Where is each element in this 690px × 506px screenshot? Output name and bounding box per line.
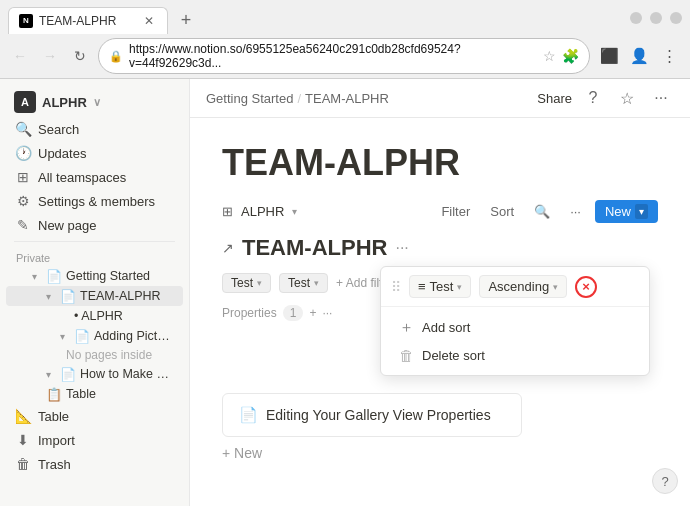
page-icon-table: 📋 bbox=[46, 386, 62, 402]
more-toolbar-button[interactable]: ··· bbox=[564, 202, 587, 221]
gallery-card[interactable]: 📄 Editing Your Gallery View Properties bbox=[222, 393, 522, 437]
sidebar-item-teamspaces[interactable]: ⊞ All teamspaces bbox=[6, 165, 183, 189]
new-button-arrow-icon[interactable]: ▾ bbox=[635, 204, 648, 219]
share-button[interactable]: Share bbox=[537, 91, 572, 106]
add-sort-button[interactable]: ＋ Add sort bbox=[391, 313, 639, 342]
tab-favicon: N bbox=[19, 14, 33, 28]
profile-button[interactable]: 👤 bbox=[626, 43, 652, 69]
filter-tag-test1[interactable]: Test ▾ bbox=[222, 273, 271, 293]
new-record-row[interactable]: + New bbox=[222, 437, 658, 469]
browser-toolbar: ← → ↻ 🔒 https://www.notion.so/6955125ea5… bbox=[0, 34, 690, 78]
tree-label-alphr: • ALPHR bbox=[74, 309, 175, 323]
sidebar-item-label-templates: Table bbox=[38, 409, 69, 424]
new-page-icon: ✎ bbox=[14, 216, 32, 234]
add-sort-icon: ＋ bbox=[399, 318, 414, 337]
delete-sort-button[interactable]: 🗑 Delete sort bbox=[391, 342, 639, 369]
sidebar-item-updates[interactable]: 🕐 Updates bbox=[6, 141, 183, 165]
sidebar-item-trash[interactable]: 🗑 Trash bbox=[6, 452, 183, 476]
topbar: Getting Started / TEAM-ALPHR Share ? ☆ ·… bbox=[190, 79, 690, 118]
breadcrumb-parent[interactable]: Getting Started bbox=[206, 91, 293, 106]
workspace-header[interactable]: A ALPHR ∨ bbox=[6, 87, 183, 117]
sidebar-item-settings[interactable]: ⚙ Settings & members bbox=[6, 189, 183, 213]
tree-item-team-alphr[interactable]: ▾ 📄 TEAM-ALPHR bbox=[6, 286, 183, 306]
sort-property-label: Test bbox=[430, 279, 454, 294]
star-icon[interactable]: ☆ bbox=[543, 48, 556, 64]
more-options-icon[interactable]: ··· bbox=[648, 85, 674, 111]
tree-item-how-to-progress[interactable]: ▾ 📄 How to Make a Progres... bbox=[6, 364, 183, 384]
new-button-label: New bbox=[605, 204, 631, 219]
help-circle-icon[interactable]: ? bbox=[580, 85, 606, 111]
back-button[interactable]: ← bbox=[8, 44, 32, 68]
sidebar: A ALPHR ∨ 🔍 Search 🕐 Updates ⊞ All teams… bbox=[0, 79, 190, 506]
tree-item-alphr[interactable]: • ALPHR bbox=[6, 306, 183, 326]
new-tab-button[interactable]: + bbox=[172, 6, 200, 34]
sort-property-chevron-icon: ▾ bbox=[457, 282, 462, 292]
tree-label-table: Table bbox=[66, 387, 175, 401]
page-heading-more-icon[interactable]: ··· bbox=[395, 239, 408, 257]
tab-title: TEAM-ALPHR bbox=[39, 14, 135, 28]
sort-delete-button[interactable]: × bbox=[575, 276, 597, 298]
filter-tag-test2-label: Test bbox=[288, 276, 310, 290]
puzzle-icon[interactable]: 🧩 bbox=[562, 48, 579, 64]
settings-icon: ⚙ bbox=[14, 192, 32, 210]
templates-icon: 📐 bbox=[14, 407, 32, 425]
new-record-label: + New bbox=[222, 445, 262, 461]
sidebar-section-label: Private bbox=[6, 246, 183, 266]
sidebar-item-label-updates: Updates bbox=[38, 146, 86, 161]
properties-count: 1 bbox=[283, 305, 304, 321]
no-pages-label: No pages inside bbox=[6, 346, 183, 364]
filter-tag-test2-chevron: ▾ bbox=[314, 278, 319, 288]
help-button[interactable]: ? bbox=[652, 468, 678, 494]
tree-toggle-how-to-progress[interactable]: ▾ bbox=[40, 366, 56, 382]
filter-tag-test2[interactable]: Test ▾ bbox=[279, 273, 328, 293]
restore-button[interactable]: □ bbox=[650, 12, 662, 24]
minimize-button[interactable]: ─ bbox=[630, 12, 642, 24]
sidebar-item-label-new-page: New page bbox=[38, 218, 97, 233]
forward-button[interactable]: → bbox=[38, 44, 62, 68]
filter-tag-test1-label: Test bbox=[231, 276, 253, 290]
sort-direction-select[interactable]: Ascending ▾ bbox=[479, 275, 567, 298]
db-icon: ⊞ bbox=[222, 204, 233, 219]
tree-item-table[interactable]: 📋 Table bbox=[6, 384, 183, 404]
add-property-icon[interactable]: + bbox=[309, 306, 316, 320]
sort-button[interactable]: Sort bbox=[484, 202, 520, 221]
breadcrumb-separator: / bbox=[297, 91, 301, 106]
browser-menu-button[interactable]: ⋮ bbox=[656, 43, 682, 69]
page-heading-row: ↗ TEAM-ALPHR ··· bbox=[222, 235, 658, 261]
close-button[interactable]: ✕ bbox=[670, 12, 682, 24]
address-bar[interactable]: 🔒 https://www.notion.so/6955125ea56240c2… bbox=[98, 38, 590, 74]
tree-item-adding-pictures[interactable]: ▾ 📄 Adding Pictures to Yo... bbox=[6, 326, 183, 346]
delete-sort-label: Delete sort bbox=[422, 348, 485, 363]
sidebar-item-import[interactable]: ⬇ Import bbox=[6, 428, 183, 452]
tab-close-button[interactable]: ✕ bbox=[141, 13, 157, 29]
workspace-chevron-icon: ∨ bbox=[93, 96, 101, 109]
search-button[interactable]: 🔍 bbox=[528, 202, 556, 221]
tree-toggle-getting-started[interactable]: ▾ bbox=[26, 268, 42, 284]
sidebar-item-search[interactable]: 🔍 Search bbox=[6, 117, 183, 141]
browser-tab: N TEAM-ALPHR ✕ bbox=[8, 7, 168, 34]
sidebar-item-label-settings: Settings & members bbox=[38, 194, 155, 209]
sidebar-item-new-page[interactable]: ✎ New page bbox=[6, 213, 183, 237]
extensions-button[interactable]: ⬛ bbox=[596, 43, 622, 69]
db-chevron-icon[interactable]: ▾ bbox=[292, 206, 297, 217]
sidebar-item-templates[interactable]: 📐 Table bbox=[6, 404, 183, 428]
reload-button[interactable]: ↻ bbox=[68, 44, 92, 68]
sidebar-top: A ALPHR ∨ 🔍 Search 🕐 Updates ⊞ All teams… bbox=[0, 79, 189, 484]
new-record-button[interactable]: New ▾ bbox=[595, 200, 658, 223]
filter-button[interactable]: Filter bbox=[435, 202, 476, 221]
more-properties-icon[interactable]: ··· bbox=[322, 306, 332, 320]
window-controls: ─ □ ✕ bbox=[630, 12, 682, 28]
add-sort-label: Add sort bbox=[422, 320, 470, 335]
page-icon-adding-pictures: 📄 bbox=[74, 328, 90, 344]
sidebar-item-label-import: Import bbox=[38, 433, 75, 448]
tree-item-getting-started[interactable]: ▾ 📄 Getting Started bbox=[6, 266, 183, 286]
tree-toggle-team-alphr[interactable]: ▾ bbox=[40, 288, 56, 304]
app-layout: A ALPHR ∨ 🔍 Search 🕐 Updates ⊞ All teams… bbox=[0, 79, 690, 506]
tree-toggle-adding-pictures[interactable]: ▾ bbox=[54, 328, 70, 344]
sort-property-select[interactable]: ≡ Test ▾ bbox=[409, 275, 471, 298]
drag-handle-icon[interactable]: ⠿ bbox=[391, 279, 401, 295]
sidebar-divider bbox=[14, 241, 175, 242]
star-page-icon[interactable]: ☆ bbox=[614, 85, 640, 111]
browser-toolbar-actions: ⬛ 👤 ⋮ bbox=[596, 43, 682, 69]
sort-property-icon: ≡ bbox=[418, 279, 426, 294]
